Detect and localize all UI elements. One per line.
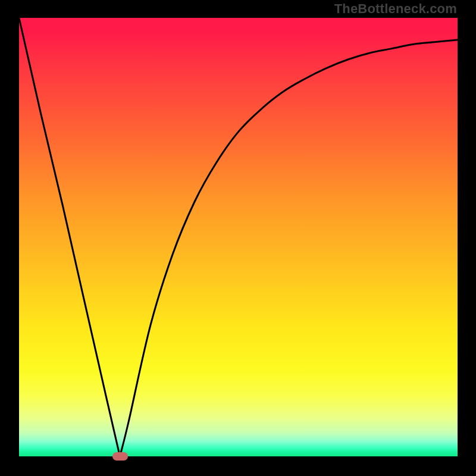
watermark-text: TheBottleneck.com — [334, 1, 457, 17]
bottleneck-curve — [19, 18, 458, 456]
chart-area — [19, 18, 458, 456]
app-frame: TheBottleneck.com — [0, 0, 476, 476]
curve-svg — [19, 18, 458, 456]
minimum-indicator — [112, 452, 128, 461]
